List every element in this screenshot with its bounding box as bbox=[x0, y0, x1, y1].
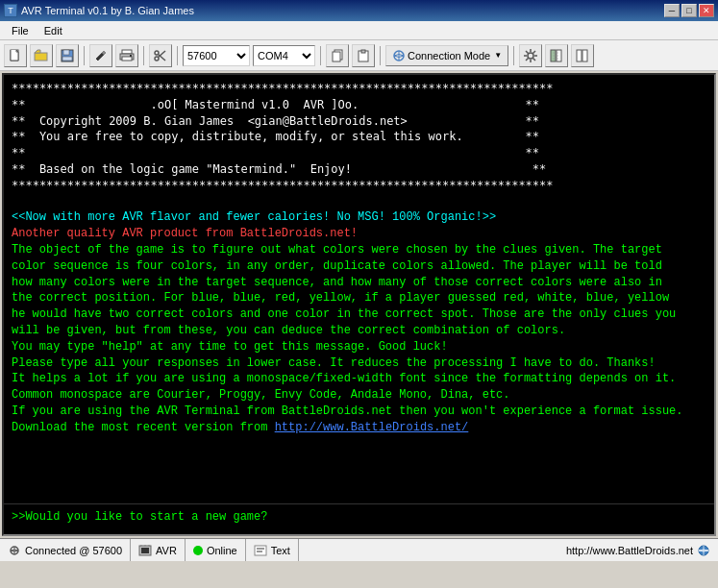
separator-2 bbox=[143, 46, 144, 65]
paste-button[interactable] bbox=[352, 44, 375, 67]
window-title: AVR Terminal v0.1 by B. Gian James bbox=[21, 5, 194, 16]
open-button[interactable] bbox=[30, 44, 53, 67]
product-line: Another quality AVR product from BattleD… bbox=[12, 226, 706, 242]
tagline: <<Now with more AVR flavor and fewer cal… bbox=[12, 209, 706, 226]
game-desc-6: will be given, but from these, you can d… bbox=[12, 323, 706, 339]
banner-line5: ** ** bbox=[12, 145, 706, 161]
svg-line-29 bbox=[533, 58, 536, 61]
terminal-window: ****************************************… bbox=[2, 73, 716, 536]
download-text: Download the most recent version from bbox=[12, 421, 275, 434]
menu-edit[interactable]: Edit bbox=[37, 23, 70, 38]
title-bar-buttons: ─ □ ✕ bbox=[664, 4, 714, 17]
type-line: Please type all your responses in lower … bbox=[12, 355, 706, 372]
download-url[interactable]: http://www.BattleDroids.net/ bbox=[275, 421, 469, 434]
connection-mode-button[interactable]: Connection Mode ▼ bbox=[385, 45, 508, 66]
status-avr: AVR bbox=[131, 539, 186, 561]
terminal-output: ****************************************… bbox=[4, 75, 714, 503]
game-desc-4: the correct position. For blue, blue, re… bbox=[12, 290, 706, 306]
settings-button[interactable] bbox=[519, 44, 542, 67]
avr-icon bbox=[138, 544, 152, 557]
avr-label: AVR bbox=[156, 545, 177, 556]
svg-rect-38 bbox=[582, 50, 587, 61]
game-desc-5: he would have two correct colors and one… bbox=[12, 306, 706, 323]
format-line2: Common monospace are Courier, Proggy, En… bbox=[12, 387, 706, 404]
save-button[interactable] bbox=[56, 44, 79, 67]
status-url-link[interactable]: http://www.BattleDroids.net bbox=[566, 545, 693, 556]
banner-line1: ****************************************… bbox=[12, 81, 706, 97]
svg-line-15 bbox=[159, 54, 166, 61]
status-text: Text bbox=[246, 539, 299, 561]
svg-rect-37 bbox=[577, 50, 582, 61]
menu-file[interactable]: File bbox=[4, 23, 37, 38]
connection-status: Connected @ 57600 bbox=[25, 545, 122, 556]
status-online: Online bbox=[186, 539, 246, 561]
download-line: Download the most recent version from ht… bbox=[12, 420, 706, 436]
online-label: Online bbox=[207, 545, 237, 556]
svg-rect-4 bbox=[35, 53, 47, 61]
globe-icon bbox=[697, 544, 710, 557]
title-bar-left: T AVR Terminal v0.1 by B. Gian James bbox=[4, 4, 194, 17]
log-stop-button[interactable] bbox=[571, 44, 594, 67]
svg-rect-20 bbox=[361, 50, 365, 53]
maximize-button[interactable]: □ bbox=[681, 4, 697, 17]
menu-bar: File Edit bbox=[0, 21, 718, 40]
com-port-select[interactable]: COM4 COM1 COM2 COM3 bbox=[253, 45, 315, 66]
help-line: You may type "help" at any time to get t… bbox=[12, 339, 706, 355]
title-bar: T AVR Terminal v0.1 by B. Gian James ─ □… bbox=[0, 0, 718, 21]
svg-rect-18 bbox=[333, 52, 340, 61]
log-start-button[interactable] bbox=[545, 44, 568, 67]
app-icon: T bbox=[4, 4, 17, 17]
separator-5 bbox=[380, 46, 381, 65]
svg-point-14 bbox=[155, 57, 159, 61]
separator-3 bbox=[177, 46, 178, 65]
connection-mode-label: Connection Mode bbox=[408, 50, 490, 61]
text-icon bbox=[254, 544, 267, 557]
svg-rect-12 bbox=[130, 55, 132, 57]
svg-rect-11 bbox=[122, 57, 132, 61]
avr-line: If you are using the AVR Terminal from B… bbox=[12, 404, 706, 420]
terminal-input-area[interactable]: >>Would you like to start a new game? bbox=[4, 503, 714, 534]
separator-1 bbox=[84, 46, 85, 65]
status-connection: Connected @ 57600 bbox=[0, 539, 131, 561]
terminal-prompt: >>Would you like to start a new game? bbox=[12, 510, 267, 524]
banner-line7: ****************************************… bbox=[12, 178, 706, 194]
svg-rect-9 bbox=[122, 50, 132, 54]
online-indicator bbox=[193, 546, 203, 555]
svg-line-31 bbox=[526, 58, 529, 61]
cut-button[interactable] bbox=[149, 44, 172, 67]
svg-point-13 bbox=[155, 51, 159, 55]
toolbar: 57600 9600 19200 38400 115200 COM4 COM1 … bbox=[0, 40, 718, 71]
baud-rate-select[interactable]: 57600 9600 19200 38400 115200 bbox=[183, 45, 250, 66]
svg-rect-42 bbox=[141, 548, 149, 553]
close-button[interactable]: ✕ bbox=[699, 4, 714, 17]
separator-6 bbox=[513, 46, 514, 65]
svg-rect-7 bbox=[62, 57, 72, 61]
svg-line-30 bbox=[533, 51, 536, 54]
connection-icon bbox=[8, 544, 21, 557]
game-desc-1: The object of the game is to figure out … bbox=[12, 242, 706, 258]
copy-button[interactable] bbox=[326, 44, 349, 67]
svg-line-28 bbox=[526, 51, 529, 54]
game-desc-2: color sequence is four colors, in any or… bbox=[12, 258, 706, 275]
pen-button[interactable] bbox=[89, 44, 112, 67]
banner-line4: ** You are free to copy, distribute, mod… bbox=[12, 129, 706, 145]
banner-line3: ** Copyright 2009 B. Gian James <gian@Ba… bbox=[12, 113, 706, 130]
format-line1: It helps a lot if you are using a monosp… bbox=[12, 371, 706, 387]
svg-line-16 bbox=[159, 51, 166, 58]
status-bar: Connected @ 57600 AVR Online Text h bbox=[0, 538, 718, 561]
new-button[interactable] bbox=[4, 44, 27, 67]
game-desc-3: how many colors were in the target seque… bbox=[12, 275, 706, 291]
banner-line6: ** Based on the logic game "Mastermind."… bbox=[12, 161, 706, 178]
print-button[interactable] bbox=[115, 44, 138, 67]
svg-point-23 bbox=[528, 53, 533, 59]
minimize-button[interactable]: ─ bbox=[664, 4, 680, 17]
svg-rect-6 bbox=[63, 50, 69, 55]
connection-mode-arrow: ▼ bbox=[494, 51, 502, 60]
banner-line2: ** .oO[ Mastermind v1.0 AVR ]Oo. ** bbox=[12, 97, 706, 113]
status-url[interactable]: http://www.BattleDroids.net bbox=[558, 539, 718, 561]
svg-rect-46 bbox=[255, 546, 266, 555]
text-label: Text bbox=[271, 545, 290, 556]
separator-4 bbox=[320, 46, 321, 65]
